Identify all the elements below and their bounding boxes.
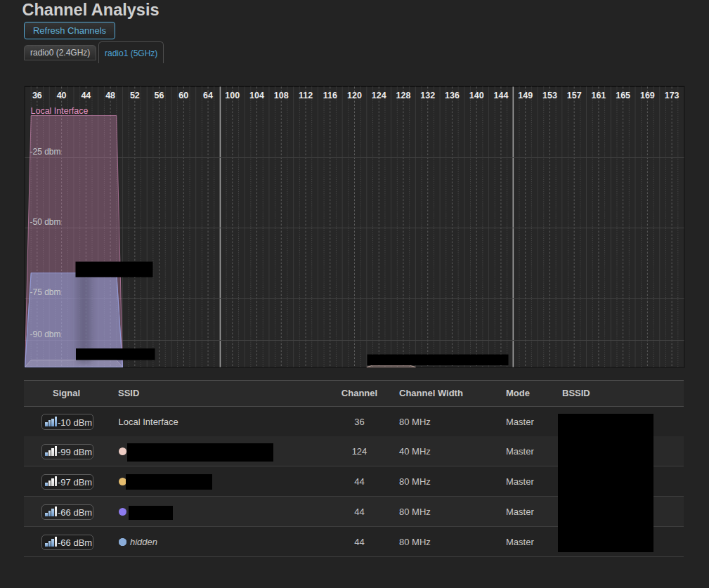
svg-text:Local Interface: Local Interface [30,105,88,115]
svg-text:157: 157 [566,91,581,100]
svg-text:-50 dbm: -50 dbm [30,217,60,227]
svg-text:108: 108 [273,91,288,100]
svg-text:161: 161 [591,91,606,100]
svg-text:128: 128 [396,91,410,100]
svg-text:40: 40 [56,91,66,100]
svg-text:132: 132 [420,91,435,100]
svg-text:-25 dbm: -25 dbm [30,147,60,157]
svg-text:136: 136 [445,91,460,100]
svg-text:104: 104 [249,91,264,100]
svg-text:100: 100 [225,91,240,100]
svg-text:44: 44 [81,91,91,100]
svg-text:64: 64 [203,91,213,100]
svg-text:36: 36 [32,91,41,100]
svg-text:60: 60 [178,91,188,100]
svg-text:56: 56 [154,91,164,100]
svg-text:-75 dbm: -75 dbm [30,287,60,297]
svg-text:-90 dbm: -90 dbm [30,329,60,339]
svg-text:120: 120 [347,91,362,100]
svg-text:48: 48 [105,91,115,100]
svg-text:173: 173 [664,91,679,100]
svg-text:140: 140 [469,91,483,100]
svg-text:52: 52 [129,91,139,100]
svg-text:149: 149 [518,91,533,100]
svg-text:165: 165 [616,91,630,100]
svg-text:116: 116 [323,91,337,100]
svg-text:169: 169 [639,91,654,100]
svg-text:124: 124 [371,91,386,100]
svg-text:153: 153 [542,91,557,100]
svg-text:112: 112 [298,91,312,100]
svg-text:144: 144 [493,91,508,100]
